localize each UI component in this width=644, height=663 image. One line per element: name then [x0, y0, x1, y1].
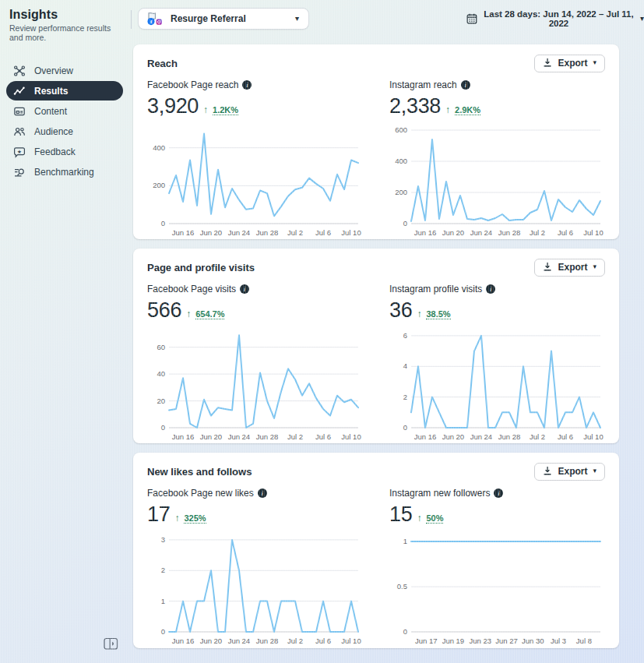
asset-selector[interactable]: f Resurge Referral ▾ [138, 8, 309, 30]
metric-value: 2,338 [389, 94, 441, 118]
sidebar-item-label: Overview [34, 65, 73, 76]
svg-text:Jun 20: Jun 20 [442, 432, 465, 441]
sidebar-item-results[interactable]: Results [6, 81, 123, 101]
info-icon[interactable]: i [258, 488, 267, 498]
sidebar-item-audience[interactable]: Audience [6, 122, 123, 141]
metric-change-link[interactable]: 2.9K% [455, 105, 480, 115]
info-icon[interactable]: i [240, 284, 249, 294]
trend-up-icon: ↑ [186, 309, 191, 319]
svg-text:3: 3 [161, 535, 165, 544]
sidebar-item-feedback[interactable]: ★ Feedback [6, 142, 123, 161]
instagram-new-followers-chart: 00.51Jun 17Jun 19Jun 23Jun 27Jun 30Jul 3… [389, 529, 607, 647]
metric-change-link[interactable]: 50% [426, 513, 443, 524]
sidebar-item-overview[interactable]: Overview [6, 61, 123, 80]
svg-text:Jun 16: Jun 16 [172, 228, 195, 237]
svg-text:Jun 28: Jun 28 [256, 637, 279, 645]
svg-text:Jun 24: Jun 24 [228, 637, 251, 645]
sidebar-item-label: Feedback [34, 146, 76, 157]
collapse-sidebar-button[interactable] [104, 637, 118, 653]
svg-text:Jul 2: Jul 2 [530, 432, 545, 441]
svg-text:Jun 17: Jun 17 [415, 637, 438, 645]
metric-change-link[interactable]: 325% [184, 513, 206, 524]
svg-text:Jul 2: Jul 2 [530, 228, 545, 237]
trend-up-icon: ↑ [417, 513, 421, 524]
metric-facebook-page-reach: Facebook Page reach i 3,920 ↑ 1.2K% 0200… [147, 79, 364, 239]
svg-text:200: 200 [395, 188, 407, 196]
metric-label: Facebook Page reach [147, 79, 238, 90]
svg-text:0: 0 [161, 423, 165, 432]
download-icon [543, 466, 552, 476]
svg-text:Jul 6: Jul 6 [315, 228, 331, 237]
info-icon[interactable]: i [494, 488, 503, 498]
metric-instagram-reach: Instagram reach i 2,338 ↑ 2.9K% 02004006… [389, 79, 607, 239]
svg-text:Jul 6: Jul 6 [558, 228, 573, 237]
metric-change-link[interactable]: 1.2K% [213, 105, 238, 115]
svg-text:400: 400 [395, 157, 407, 165]
svg-text:Jun 16: Jun 16 [172, 432, 195, 441]
insights-page: Insights Review performance results and … [0, 0, 644, 663]
metric-instagram-profile-visits: Instagram profile visits i 36 ↑ 38.5% 02… [389, 283, 607, 443]
svg-text:Jun 19: Jun 19 [442, 637, 465, 645]
svg-text:Jun 30: Jun 30 [522, 637, 544, 645]
benchmarking-icon [12, 165, 26, 178]
export-button[interactable]: Export ▾ [534, 55, 605, 72]
sidebar-item-label: Results [34, 86, 68, 97]
svg-text:Jun 16: Jun 16 [414, 432, 437, 441]
svg-text:0: 0 [403, 219, 407, 227]
metric-change-link[interactable]: 654.7% [195, 309, 224, 319]
metric-change-link[interactable]: 38.5% [426, 309, 450, 319]
reach-card: Reach Export ▾ Facebook Page reach i [133, 44, 619, 239]
card-title: Page and profile visits [147, 262, 255, 273]
svg-text:Jul 10: Jul 10 [583, 432, 603, 441]
trend-up-icon: ↑ [203, 104, 208, 115]
card-title: New likes and follows [147, 466, 252, 478]
svg-text:Jul 10: Jul 10 [341, 228, 361, 237]
svg-text:Jun 20: Jun 20 [200, 228, 223, 237]
svg-text:0: 0 [403, 627, 407, 636]
svg-text:Jul 6: Jul 6 [315, 637, 331, 645]
export-button[interactable]: Export ▾ [534, 259, 605, 277]
sidebar-item-content[interactable]: Content [6, 101, 123, 121]
sidebar-nav: Overview Results [0, 61, 132, 182]
card-title: Reach [147, 58, 178, 69]
sidebar-item-label: Benchmarking [34, 167, 94, 178]
sidebar-item-benchmarking[interactable]: Benchmarking [6, 162, 123, 182]
svg-text:40: 40 [157, 369, 165, 378]
pages-flag-icon: f [146, 12, 164, 26]
trend-up-icon: ↑ [445, 104, 450, 115]
svg-text:Jul 6: Jul 6 [558, 432, 573, 441]
info-icon[interactable]: i [461, 80, 470, 90]
svg-text:600: 600 [395, 125, 407, 134]
calendar-icon [466, 13, 477, 24]
svg-text:Jun 20: Jun 20 [442, 228, 465, 237]
svg-text:Jun 28: Jun 28 [256, 432, 279, 441]
svg-text:4: 4 [403, 361, 407, 370]
date-range-selector[interactable]: Last 28 days: Jun 14, 2022 – Jul 11, 202… [466, 11, 644, 26]
page-title: Insights [9, 8, 132, 22]
svg-text:Jun 27: Jun 27 [495, 637, 518, 645]
asset-selector-label: Resurge Referral [171, 13, 246, 24]
svg-text:Jun 24: Jun 24 [228, 432, 251, 441]
svg-text:Jul 2: Jul 2 [287, 432, 303, 441]
likes-follows-card: New likes and follows Export ▾ Facebook … [133, 453, 619, 648]
svg-text:1: 1 [403, 537, 407, 545]
svg-text:Jun 20: Jun 20 [200, 432, 223, 441]
export-label: Export [558, 466, 587, 477]
metric-value: 3,920 [147, 94, 199, 118]
svg-text:0: 0 [161, 219, 165, 227]
svg-text:Jul 6: Jul 6 [315, 432, 331, 441]
info-icon[interactable]: i [486, 284, 495, 294]
info-icon[interactable]: i [242, 80, 252, 90]
svg-text:Jun 28: Jun 28 [498, 228, 521, 237]
export-button[interactable]: Export ▾ [534, 463, 605, 481]
metric-instagram-new-followers: Instagram new followers i 15 ↑ 50% 00.51… [389, 487, 607, 647]
metric-label: Instagram reach [389, 79, 457, 90]
sidebar-item-label: Audience [34, 126, 73, 137]
facebook-page-reach-chart: 0200400Jun 16Jun 20Jun 24Jun 28Jul 2Jul … [147, 121, 364, 239]
svg-text:0: 0 [403, 423, 407, 432]
visits-card: Page and profile visits Export ▾ Faceboo… [133, 249, 619, 443]
svg-text:2: 2 [403, 393, 407, 401]
svg-text:0.5: 0.5 [397, 582, 407, 591]
metric-label: Facebook Page new likes [147, 488, 254, 499]
svg-text:Jun 24: Jun 24 [228, 228, 251, 237]
